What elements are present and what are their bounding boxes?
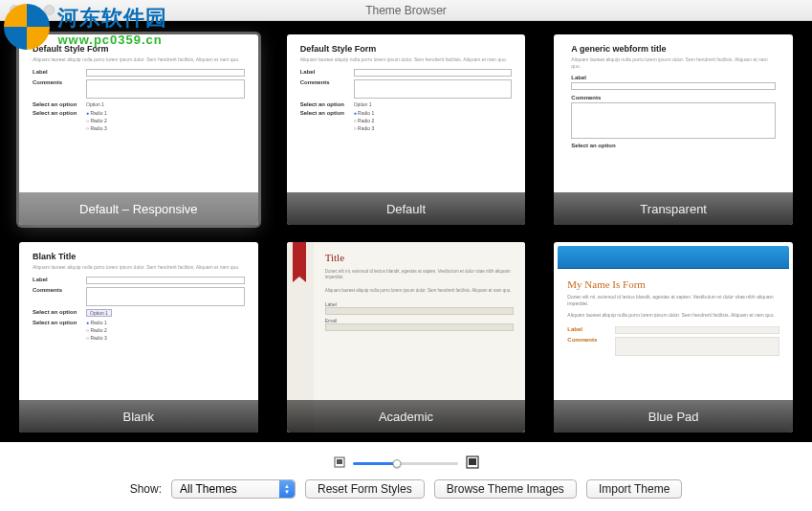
zoom-button[interactable] <box>44 5 55 15</box>
theme-label: Default – Responsive <box>19 192 258 225</box>
svg-rect-3 <box>469 458 476 465</box>
thumbnail-large-icon <box>466 455 479 472</box>
preview-title: A generic webform title <box>571 44 776 54</box>
preview-title: Default Style Form <box>33 44 245 54</box>
theme-label: Blank <box>19 400 258 433</box>
theme-card-default-responsive[interactable]: Default Style Form Aliquam laoreet aliqu… <box>19 34 258 225</box>
theme-card-academic[interactable]: Title Donec elit mi, euismod id lectus b… <box>287 242 526 433</box>
import-theme-button[interactable]: Import Theme <box>586 479 682 499</box>
preview-lorem: Aliquam laoreet aliquip nulla porro lore… <box>571 56 776 69</box>
preview-lorem: Aliquam laoreet aliquip nulla porro lore… <box>300 56 513 63</box>
preview-title: Title <box>325 252 515 263</box>
svg-rect-1 <box>337 459 342 464</box>
ribbon-icon <box>293 242 306 277</box>
titlebar: Theme Browser <box>0 0 812 21</box>
theme-card-transparent[interactable]: A generic webform title Aliquam laoreet … <box>554 34 793 225</box>
zoom-control <box>334 455 479 472</box>
preview-lorem: Aliquam laoreet aliquip nulla porro lore… <box>33 264 245 271</box>
theme-card-default[interactable]: Default Style Form Aliquam laoreet aliqu… <box>287 34 526 225</box>
theme-label: Academic <box>287 400 526 433</box>
reset-form-styles-button[interactable]: Reset Form Styles <box>305 479 425 499</box>
filter-select[interactable]: All Themes ▲▼ <box>171 479 296 499</box>
preview-title: My Name Is Form <box>567 278 779 290</box>
preview-lorem: Aliquam laoreet aliquip nulla porro lore… <box>33 56 245 63</box>
window-title: Theme Browser <box>0 4 812 17</box>
preview-header <box>558 246 789 269</box>
window-controls <box>0 5 55 15</box>
bottom-toolbar: Show: All Themes ▲▼ Reset Form Styles Br… <box>0 442 812 511</box>
theme-label: Transparent <box>554 192 793 225</box>
theme-card-blue-pad[interactable]: My Name Is Form Donec elit mi, euismod i… <box>554 242 793 433</box>
controls-row: Show: All Themes ▲▼ Reset Form Styles Br… <box>130 479 683 499</box>
browse-theme-images-button[interactable]: Browse Theme Images <box>434 479 577 499</box>
theme-gallery: Default Style Form Aliquam laoreet aliqu… <box>0 21 812 442</box>
preview-title: Blank Title <box>33 252 245 261</box>
preview-title: Default Style Form <box>300 44 513 54</box>
show-label: Show: <box>130 482 162 496</box>
thumbnail-small-icon <box>334 456 345 471</box>
select-arrows-icon: ▲▼ <box>279 480 295 498</box>
theme-label: Blue Pad <box>554 400 793 433</box>
filter-value: All Themes <box>180 482 237 496</box>
theme-card-blank[interactable]: Blank Title Aliquam laoreet aliquip null… <box>19 242 258 433</box>
close-button[interactable] <box>10 5 20 15</box>
slider-thumb[interactable] <box>392 459 401 468</box>
minimize-button[interactable] <box>27 5 37 15</box>
theme-label: Default <box>287 192 526 225</box>
zoom-slider[interactable] <box>353 457 458 469</box>
